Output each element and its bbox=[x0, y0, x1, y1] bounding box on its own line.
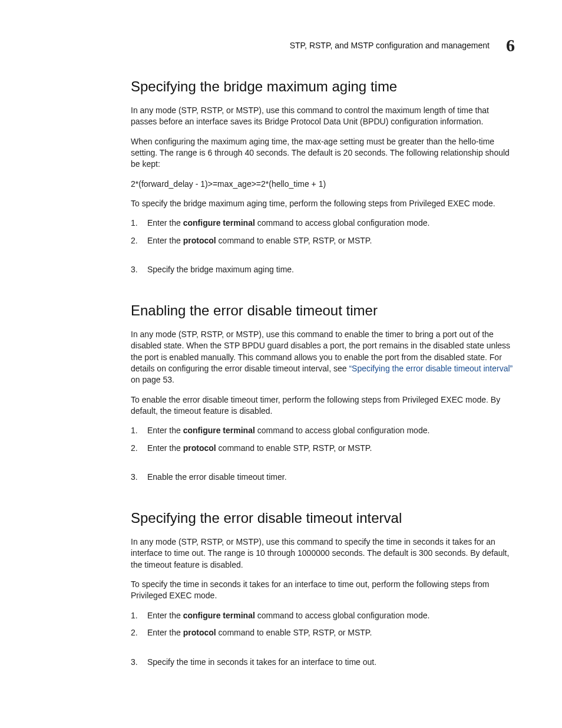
body-text: To specify the bridge maximum aging time… bbox=[131, 198, 515, 209]
step-text: command to enable STP, RSTP, or MSTP. bbox=[216, 628, 372, 637]
list-marker: 3. bbox=[131, 264, 138, 276]
list-marker: 3. bbox=[131, 472, 138, 483]
list-marker: 1. bbox=[131, 218, 138, 229]
step-text: command to access global configuration m… bbox=[255, 218, 430, 228]
step-text: Enter the bbox=[147, 611, 183, 620]
section-errdis-interval: Specifying the error disable timeout int… bbox=[131, 509, 515, 668]
section-errdis-timer: Enabling the error disable timeout timer… bbox=[131, 302, 515, 483]
list-item: 3.Enable the error disable timeout timer… bbox=[131, 472, 515, 483]
step-text: command to enable STP, RSTP, or MSTP. bbox=[216, 236, 372, 245]
step-bold: protocol bbox=[183, 236, 216, 245]
cross-reference-link[interactable]: “Specifying the error disable timeout in… bbox=[349, 364, 513, 373]
section-title: Enabling the error disable timeout timer bbox=[131, 302, 515, 319]
list-marker: 2. bbox=[131, 627, 138, 639]
list-marker: 1. bbox=[131, 425, 138, 437]
step-text: Enter the bbox=[147, 443, 183, 453]
step-bold: configure terminal bbox=[183, 218, 255, 228]
section-title: Specifying the bridge maximum aging time bbox=[131, 78, 515, 95]
step-bold: configure terminal bbox=[183, 426, 255, 435]
page: STP, RSTP, and MSTP configuration and ma… bbox=[0, 0, 562, 728]
step-text: Specify the bridge maximum aging time. bbox=[147, 265, 294, 274]
step-text: command to access global configuration m… bbox=[255, 611, 430, 620]
section-title: Specifying the error disable timeout int… bbox=[131, 509, 515, 527]
list-item: 1.Enter the configure terminal command t… bbox=[131, 425, 515, 437]
list-marker: 2. bbox=[131, 235, 138, 247]
step-bold: configure terminal bbox=[183, 611, 255, 620]
body-text: In any mode (STP, RSTP, or MSTP), use th… bbox=[131, 329, 515, 386]
step-text: Specify the time in seconds it takes for… bbox=[147, 657, 376, 667]
step-text: Enable the error disable timeout timer. bbox=[147, 472, 287, 482]
step-text: command to access global configuration m… bbox=[255, 426, 430, 435]
para-text: on page 53. bbox=[131, 375, 174, 384]
list-item: 2.Enter the protocol command to enable S… bbox=[131, 235, 515, 247]
step-bold: protocol bbox=[183, 443, 216, 453]
running-header: STP, RSTP, and MSTP configuration and ma… bbox=[131, 35, 515, 55]
step-text: command to enable STP, RSTP, or MSTP. bbox=[216, 443, 372, 453]
step-text: Enter the bbox=[147, 628, 183, 637]
step-text: Enter the bbox=[147, 236, 183, 245]
running-title: STP, RSTP, and MSTP configuration and ma… bbox=[290, 41, 490, 50]
list-item: 2.Enter the protocol command to enable S… bbox=[131, 627, 515, 639]
step-text: Enter the bbox=[147, 218, 183, 228]
list-item: 2.Enter the protocol command to enable S… bbox=[131, 443, 515, 454]
step-list: 1.Enter the configure terminal command t… bbox=[131, 218, 515, 276]
step-bold: protocol bbox=[183, 628, 216, 637]
list-marker: 1. bbox=[131, 610, 138, 622]
chapter-number: 6 bbox=[506, 35, 515, 55]
body-text: To enable the error disable timeout time… bbox=[131, 394, 515, 417]
list-item: 3.Specify the bridge maximum aging time. bbox=[131, 264, 515, 276]
list-item: 1.Enter the configure terminal command t… bbox=[131, 610, 515, 622]
step-text: Enter the bbox=[147, 426, 183, 435]
body-text: In any mode (STP, RSTP, or MSTP), use th… bbox=[131, 105, 515, 128]
body-text: In any mode (STP, RSTP, or MSTP), use th… bbox=[131, 536, 515, 571]
list-item: 1.Enter the configure terminal command t… bbox=[131, 218, 515, 229]
step-list: 1.Enter the configure terminal command t… bbox=[131, 425, 515, 483]
list-marker: 3. bbox=[131, 657, 138, 668]
section-maxage: Specifying the bridge maximum aging time… bbox=[131, 78, 515, 276]
step-list: 1.Enter the configure terminal command t… bbox=[131, 610, 515, 668]
list-marker: 2. bbox=[131, 443, 138, 454]
body-text: When configuring the maximum aging time,… bbox=[131, 136, 515, 170]
list-item: 3.Specify the time in seconds it takes f… bbox=[131, 657, 515, 668]
body-text: 2*(forward_delay - 1)>=max_age>=2*(hello… bbox=[131, 179, 515, 190]
body-text: To specify the time in seconds it takes … bbox=[131, 579, 515, 602]
